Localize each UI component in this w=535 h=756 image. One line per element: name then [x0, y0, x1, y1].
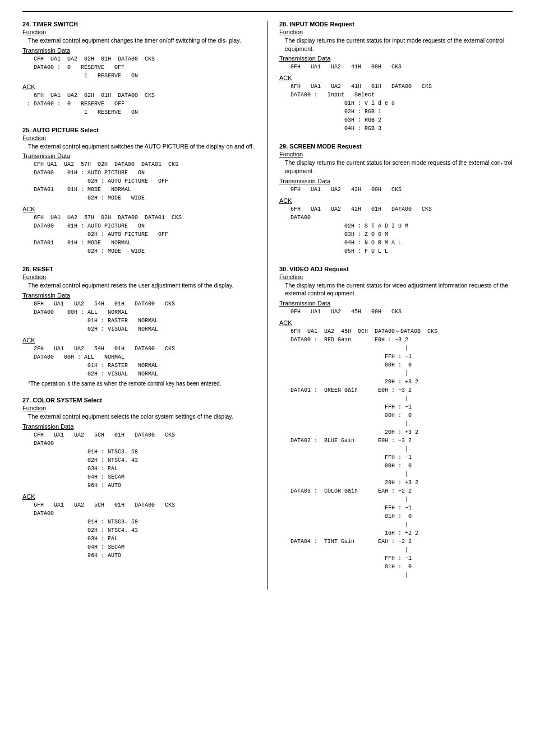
left-column: 24. TIMER SWITCHFunctionThe external con… — [22, 21, 268, 590]
section-29-transmission-data: 0FH UA1 UA2 42H 00H CKS — [284, 185, 513, 194]
section-25-title: 25. AUTO PICTURE Select — [22, 127, 256, 133]
section-28-ack-label: ACK — [279, 75, 513, 81]
section-25-desc: The external control equipment switches … — [28, 142, 256, 151]
section-29-title: 29. SCREEN MODE Request — [279, 143, 513, 150]
section-27-ack-label: ACK — [22, 493, 256, 500]
section-27: 27. COLOR SYSTEM SelectFunctionThe exter… — [22, 397, 256, 560]
section-27-desc: The external control equipment selects t… — [28, 412, 256, 421]
section-28: 28. INPUT MODE RequestFunctionThe displa… — [279, 21, 513, 133]
section-26-ack-data: 2FH UA1 UA2 54H 01H DATA00 CKS DATA00 00… — [27, 345, 256, 378]
section-29-desc: The display returns the current status f… — [285, 159, 513, 175]
section-27-ack-data: 6FH UA1 UA2 5CH 01H DATA00 CKS DATA00 01… — [27, 501, 256, 560]
section-24-desc: The external control equipment changes t… — [28, 36, 256, 45]
top-rule — [22, 11, 513, 12]
section-25-ack-data: 6FH UA1 UA2 57H 02H DATA00 DATA01 CKS DA… — [27, 214, 256, 256]
section-24-ack-data: 6FH UA1 UA2 02H 01H DATA00 CKS : DATA00 … — [27, 91, 256, 117]
section-26-ack-label: ACK — [22, 337, 256, 344]
section-27-function-label: Function — [22, 405, 256, 411]
section-25-transmission-data: CFH UA1 UA2 57H 02H DATA00 DATA01 CKS DA… — [27, 160, 256, 202]
section-30-title: 30. VIDEO ADJ Request — [279, 266, 513, 272]
section-27-transmission-data: CFH UA1 UA2 5CH 01H DATA00 CKS DATA00 01… — [27, 431, 256, 490]
section-26-transmission-data: 0FH UA1 UA2 54H 01H DATA00 CKS DATA00 00… — [27, 300, 256, 333]
section-28-ack-data: 6FH UA1 UA2 41H 01H DATA00 CKS DATA00 : … — [284, 82, 513, 133]
section-25-function-label: Function — [22, 134, 256, 141]
section-26: 26. RESETFunctionThe external control eq… — [22, 266, 256, 387]
page-content: 24. TIMER SWITCHFunctionThe external con… — [22, 21, 513, 590]
section-25: 25. AUTO PICTURE SelectFunctionThe exter… — [22, 127, 256, 256]
section-28-transmission-data: 0FH UA1 UA2 41H 00H CKS — [284, 63, 513, 71]
section-27-transmission-label: Transmission Data — [22, 423, 256, 430]
section-28-function-label: Function — [279, 29, 513, 35]
section-28-transmission-label: Transmission Data — [279, 55, 513, 62]
section-24: 24. TIMER SWITCHFunctionThe external con… — [22, 21, 256, 117]
section-28-title: 28. INPUT MODE Request — [279, 21, 513, 27]
section-24-transmission-label: Transmissin Data — [22, 47, 256, 54]
section-26-function-label: Function — [22, 273, 256, 280]
section-26-transmission-label: Transmissin Data — [22, 292, 256, 299]
section-30-transmission-data: 0FH UA1 UA2 45H 00H CKS — [284, 308, 513, 316]
section-29-ack-label: ACK — [279, 197, 513, 204]
section-30: 30. VIDEO ADJ RequestFunctionThe display… — [279, 266, 513, 579]
section-26-title: 26. RESET — [22, 266, 256, 272]
section-30-ack-label: ACK — [279, 319, 513, 326]
section-25-transmission-label: Transmissin Data — [22, 152, 256, 159]
section-30-function-label: Function — [279, 273, 513, 280]
section-27-title: 27. COLOR SYSTEM Select — [22, 397, 256, 403]
section-29-function-label: Function — [279, 151, 513, 157]
section-30-transmission-label: Transmission Data — [279, 300, 513, 307]
section-29-ack-data: 6FH UA1 UA2 42H 01H DATA00 CKS DATA00 02… — [284, 205, 513, 256]
section-30-ack-data: 6FH UA1 UA2 45H 0CH DATA00～DATA0B CKS DA… — [284, 327, 513, 579]
section-29: 29. SCREEN MODE RequestFunctionThe displ… — [279, 143, 513, 255]
section-26-desc: The external control equipment resets th… — [28, 281, 256, 290]
right-column: 28. INPUT MODE RequestFunctionThe displa… — [268, 21, 513, 590]
section-24-title: 24. TIMER SWITCH — [22, 21, 256, 27]
section-25-ack-label: ACK — [22, 206, 256, 212]
section-29-transmission-label: Transmission Data — [279, 178, 513, 184]
section-24-ack-label: ACK — [22, 84, 256, 90]
section-26-note: *The operation is the same as when the r… — [28, 381, 256, 387]
section-30-desc: The display returns the current status f… — [285, 281, 513, 298]
section-24-function-label: Function — [22, 29, 256, 35]
section-28-desc: The display returns the current status f… — [285, 36, 513, 53]
section-24-transmission-data: CFH UA1 UA2 02H 01H DATA00 CKS DATA00 : … — [27, 55, 256, 80]
